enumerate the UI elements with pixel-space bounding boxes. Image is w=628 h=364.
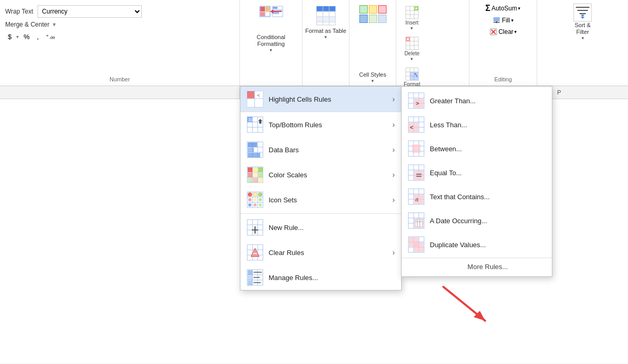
date-occurring-item[interactable]: A Date Occurring...: [402, 209, 552, 233]
comma-sign[interactable]: ,: [34, 31, 42, 42]
conditional-formatting-menu: < Highlight Cells Rules › 10 Top/Bottom …: [240, 86, 402, 290]
insert-delete-format-section: Insert ▾ Delete ▾: [396, 0, 469, 86]
equal-to-label: Equal To...: [430, 169, 462, 177]
format-table-icon: [316, 5, 336, 26]
date-occurring-icon: [408, 212, 425, 229]
sort-filter-button[interactable]: Sort &Filter ▾: [573, 3, 592, 41]
between-icon: [408, 140, 425, 157]
svg-point-103: [259, 198, 262, 201]
between-label: Between...: [430, 145, 462, 153]
sort-filter-label: Sort &Filter: [575, 22, 591, 35]
less-than-icon: <: [408, 116, 425, 133]
equal-to-icon: [408, 164, 425, 181]
date-occurring-label: A Date Occurring...: [430, 217, 487, 225]
color-scales-item[interactable]: Color Scales ›: [240, 162, 401, 187]
clear-rules-arrow: ›: [392, 248, 395, 257]
red-arrow-svg: [438, 282, 501, 329]
svg-point-104: [248, 203, 251, 207]
icon-sets-arrow: ›: [392, 196, 395, 204]
percent-sign[interactable]: %: [21, 31, 32, 42]
svg-rect-182: [414, 242, 424, 252]
svg-rect-43: [493, 17, 500, 21]
clear-rules-icon: [247, 244, 263, 261]
ribbon-left: Wrap Text Currency Merge & Center ▾ $ ▾ …: [0, 0, 240, 86]
delete-button[interactable]: Delete ▾: [401, 35, 424, 63]
editing-section-label: Editing: [494, 74, 512, 82]
svg-rect-156: [414, 171, 424, 180]
text-contains-label: Text that Contains...: [430, 193, 490, 201]
greater-than-icon: >: [408, 92, 425, 109]
between-item[interactable]: Between...: [402, 137, 552, 161]
duplicate-values-label: Duplicate Values...: [430, 241, 486, 249]
svg-rect-7: [273, 7, 277, 9]
autosum-button[interactable]: Σ AutoSum ▾: [484, 3, 523, 14]
currency-select[interactable]: Currency: [38, 5, 142, 18]
highlight-cells-rules-item[interactable]: < Highlight Cells Rules ›: [240, 87, 401, 112]
new-rule-label: New Rule...: [269, 224, 395, 232]
clear-button[interactable]: Clear ▾: [487, 27, 520, 37]
insert-button[interactable]: Insert ▾: [401, 4, 424, 32]
top-bottom-icon: 10: [247, 116, 263, 133]
merge-center-button[interactable]: Merge & Center: [5, 21, 50, 28]
svg-text:>: >: [416, 100, 419, 106]
svg-text:<: <: [257, 93, 260, 98]
autosum-fill-clear-section: Σ AutoSum ▾ Fill ▾ Clear ▾ Editing: [469, 0, 537, 86]
manage-rules-item[interactable]: Manage Rules...: [240, 265, 401, 290]
svg-point-98: [248, 192, 252, 197]
svg-rect-86: [258, 167, 263, 172]
conditional-formatting-button[interactable]: Conditional Formatting ▾: [240, 0, 303, 86]
text-contains-item[interactable]: a Text that Contains...: [402, 185, 552, 209]
svg-rect-87: [248, 173, 252, 177]
top-bottom-rules-item[interactable]: 10 Top/Bottom Rules ›: [240, 112, 401, 137]
format-table-label: Format as Table: [305, 28, 346, 34]
ribbon: Wrap Text Currency Merge & Center ▾ $ ▾ …: [0, 0, 628, 86]
greater-than-item[interactable]: > Greater Than...: [402, 89, 552, 113]
more-rules-item[interactable]: More Rules...: [402, 259, 552, 274]
wrap-text-button[interactable]: Wrap Text: [5, 8, 33, 15]
svg-rect-78: [248, 153, 260, 157]
svg-point-105: [253, 203, 257, 207]
insert-icon: [405, 5, 419, 20]
cell-styles-button[interactable]: Cell Styles ▾: [349, 0, 396, 86]
svg-rect-3: [265, 7, 270, 11]
svg-rect-88: [253, 173, 258, 177]
color-scales-icon: [247, 166, 263, 183]
clear-icon: [489, 28, 498, 36]
clear-rules-item[interactable]: Clear Rules ›: [240, 240, 401, 265]
duplicate-values-icon: [408, 236, 425, 253]
svg-rect-4: [260, 12, 265, 16]
fill-button[interactable]: Fill ▾: [490, 16, 515, 25]
svg-rect-89: [258, 173, 263, 177]
clear-rules-label: Clear Rules: [269, 249, 387, 257]
top-bottom-label: Top/Bottom Rules: [269, 121, 387, 129]
dollar-sign[interactable]: $: [5, 31, 14, 42]
svg-rect-90: [248, 178, 252, 183]
equal-to-item[interactable]: Equal To...: [402, 161, 552, 185]
text-contains-icon: a: [408, 188, 425, 205]
decrease-decimal[interactable]: ⁺.₀₀: [43, 32, 57, 42]
svg-rect-18: [317, 17, 335, 22]
insert-label: Insert: [405, 20, 418, 26]
svg-rect-5: [265, 12, 270, 16]
svg-point-101: [248, 198, 251, 201]
data-bars-item[interactable]: Data Bars ›: [240, 137, 401, 162]
svg-rect-127: [248, 281, 252, 285]
svg-rect-76: [248, 142, 257, 147]
highlight-cells-icon: <: [247, 91, 263, 107]
fill-icon: [492, 16, 501, 25]
icon-sets-item[interactable]: Icon Sets ›: [240, 187, 401, 212]
less-than-item[interactable]: < Less Than...: [402, 113, 552, 137]
sub-menu-sep: [402, 258, 552, 258]
highlight-cells-label: Highlight Cells Rules: [269, 95, 387, 103]
conditional-formatting-label: Conditional Formatting: [257, 34, 285, 47]
highlight-cells-submenu: > Greater Than... < Less Than... Between…: [401, 86, 552, 277]
manage-rules-label: Manage Rules...: [269, 274, 395, 282]
new-rule-item[interactable]: New Rule...: [240, 215, 401, 240]
svg-rect-84: [248, 167, 252, 172]
format-as-table-button[interactable]: Format as Table ▾: [303, 0, 349, 86]
highlight-cells-arrow: ›: [392, 95, 395, 103]
conditional-formatting-icon: [259, 5, 284, 32]
svg-rect-9: [273, 12, 279, 14]
sort-filter-section: Sort &Filter ▾: [537, 0, 628, 86]
duplicate-values-item[interactable]: Duplicate Values...: [402, 233, 552, 257]
